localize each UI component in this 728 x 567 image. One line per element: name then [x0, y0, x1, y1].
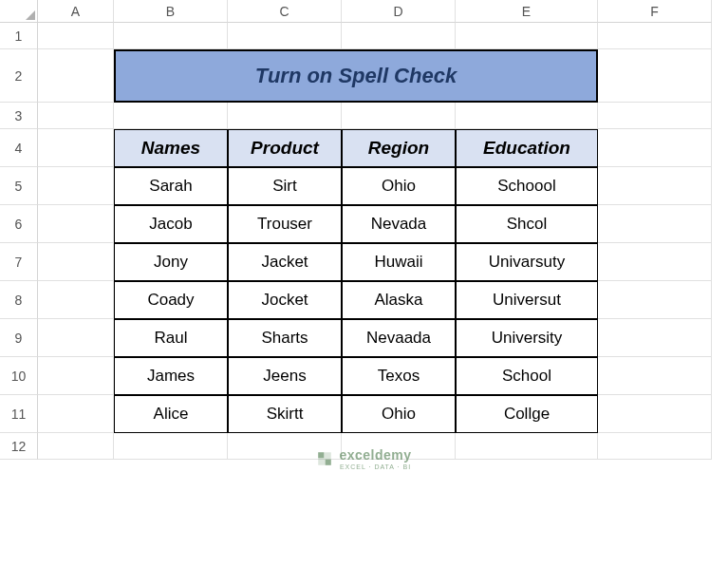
- row-header-2[interactable]: 2: [0, 49, 38, 103]
- cell-a8[interactable]: [38, 281, 114, 319]
- cell-b6[interactable]: Jacob: [114, 205, 228, 243]
- cell-a1[interactable]: [38, 23, 114, 49]
- cell-d3[interactable]: [342, 103, 456, 129]
- cell-b3[interactable]: [114, 103, 228, 129]
- row-header-5[interactable]: 5: [0, 167, 38, 205]
- header-region[interactable]: Region: [342, 129, 456, 167]
- cell-d11[interactable]: Ohio: [342, 395, 456, 433]
- header-product[interactable]: Product: [228, 129, 342, 167]
- cell-c9[interactable]: Sharts: [228, 319, 342, 357]
- cell-d12[interactable]: [342, 433, 456, 460]
- cell-a4[interactable]: [38, 129, 114, 167]
- col-header-e[interactable]: E: [456, 0, 598, 23]
- cell-f12[interactable]: [598, 433, 712, 460]
- cell-d10[interactable]: Texos: [342, 357, 456, 395]
- row-header-7[interactable]: 7: [0, 243, 38, 281]
- cell-d1[interactable]: [342, 23, 456, 49]
- row-header-8[interactable]: 8: [0, 281, 38, 319]
- select-all-corner[interactable]: [0, 0, 38, 23]
- cell-d8[interactable]: Alaska: [342, 281, 456, 319]
- cell-e11[interactable]: Collge: [456, 395, 598, 433]
- cell-b9[interactable]: Raul: [114, 319, 228, 357]
- cell-f5[interactable]: [598, 167, 712, 205]
- row-header-1[interactable]: 1: [0, 23, 38, 49]
- cell-e9[interactable]: University: [456, 319, 598, 357]
- cell-a12[interactable]: [38, 433, 114, 460]
- cell-f3[interactable]: [598, 103, 712, 129]
- cell-c5[interactable]: Sirt: [228, 167, 342, 205]
- row-header-12[interactable]: 12: [0, 433, 38, 460]
- header-education[interactable]: Education: [456, 129, 598, 167]
- cell-e3[interactable]: [456, 103, 598, 129]
- cell-e1[interactable]: [456, 23, 598, 49]
- cell-a9[interactable]: [38, 319, 114, 357]
- cell-a10[interactable]: [38, 357, 114, 395]
- cell-a6[interactable]: [38, 205, 114, 243]
- cell-f8[interactable]: [598, 281, 712, 319]
- cell-d6[interactable]: Nevada: [342, 205, 456, 243]
- cell-f7[interactable]: [598, 243, 712, 281]
- cell-f4[interactable]: [598, 129, 712, 167]
- cell-a2[interactable]: [38, 49, 114, 103]
- row-header-3[interactable]: 3: [0, 103, 38, 129]
- col-header-d[interactable]: D: [342, 0, 456, 23]
- cell-a11[interactable]: [38, 395, 114, 433]
- cell-d9[interactable]: Nevaada: [342, 319, 456, 357]
- row-header-6[interactable]: 6: [0, 205, 38, 243]
- cell-f1[interactable]: [598, 23, 712, 49]
- cell-b10[interactable]: James: [114, 357, 228, 395]
- cell-c1[interactable]: [228, 23, 342, 49]
- spreadsheet-grid: A B C D E F 1 2 Turn on Spell Check 3 4 …: [0, 0, 728, 460]
- cell-c8[interactable]: Jocket: [228, 281, 342, 319]
- cell-b8[interactable]: Coady: [114, 281, 228, 319]
- cell-b5[interactable]: Sarah: [114, 167, 228, 205]
- cell-c10[interactable]: Jeens: [228, 357, 342, 395]
- row-header-11[interactable]: 11: [0, 395, 38, 433]
- cell-e6[interactable]: Shcol: [456, 205, 598, 243]
- cell-b1[interactable]: [114, 23, 228, 49]
- cell-a5[interactable]: [38, 167, 114, 205]
- row-header-9[interactable]: 9: [0, 319, 38, 357]
- cell-f9[interactable]: [598, 319, 712, 357]
- cell-c11[interactable]: Skirtt: [228, 395, 342, 433]
- cell-d7[interactable]: Huwaii: [342, 243, 456, 281]
- cell-e8[interactable]: Universut: [456, 281, 598, 319]
- title-cell[interactable]: Turn on Spell Check: [114, 49, 598, 103]
- cell-e5[interactable]: Schoool: [456, 167, 598, 205]
- cell-d5[interactable]: Ohio: [342, 167, 456, 205]
- row-header-10[interactable]: 10: [0, 357, 38, 395]
- col-header-c[interactable]: C: [228, 0, 342, 23]
- cell-f6[interactable]: [598, 205, 712, 243]
- cell-f11[interactable]: [598, 395, 712, 433]
- cell-c6[interactable]: Trouser: [228, 205, 342, 243]
- col-header-b[interactable]: B: [114, 0, 228, 23]
- col-header-a[interactable]: A: [38, 0, 114, 23]
- cell-b7[interactable]: Jony: [114, 243, 228, 281]
- header-names[interactable]: Names: [114, 129, 228, 167]
- cell-f10[interactable]: [598, 357, 712, 395]
- cell-e12[interactable]: [456, 433, 598, 460]
- cell-a7[interactable]: [38, 243, 114, 281]
- cell-a3[interactable]: [38, 103, 114, 129]
- cell-c7[interactable]: Jacket: [228, 243, 342, 281]
- cell-e7[interactable]: Univarsuty: [456, 243, 598, 281]
- cell-b11[interactable]: Alice: [114, 395, 228, 433]
- cell-f2[interactable]: [598, 49, 712, 103]
- col-header-f[interactable]: F: [598, 0, 712, 23]
- cell-e10[interactable]: School: [456, 357, 598, 395]
- cell-c3[interactable]: [228, 103, 342, 129]
- cell-b12[interactable]: [114, 433, 228, 460]
- row-header-4[interactable]: 4: [0, 129, 38, 167]
- cell-c12[interactable]: [228, 433, 342, 460]
